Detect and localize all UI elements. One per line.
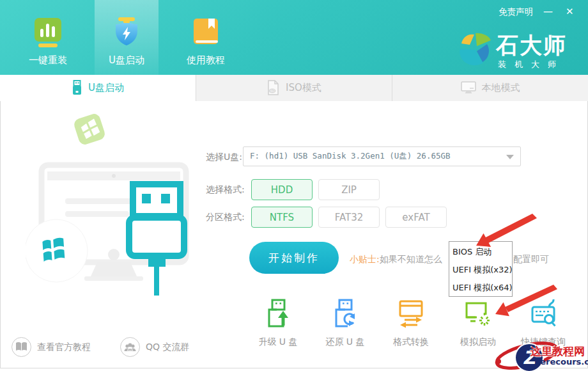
mode-tabbar: U盘启动 ISO ISO模式 本地模式 — [0, 75, 588, 102]
simulate-boot-icon — [463, 298, 493, 329]
feature-label: 模拟启动 — [460, 336, 496, 348]
hotkey-search-icon — [528, 298, 559, 329]
format-convert-icon — [396, 298, 426, 329]
watermark-domain: herecours.com — [534, 357, 588, 367]
tip-left: 如果不知道怎么 — [380, 254, 442, 264]
start-button-label: 开始制作 — [268, 251, 320, 265]
tab-usb-boot[interactable]: U盘启动 — [0, 75, 196, 102]
book-open-icon — [12, 337, 31, 357]
format-option-hdd[interactable]: HDD — [251, 179, 313, 200]
toolbar-item-usb-boot[interactable]: U盘启动 — [95, 0, 159, 75]
toolbar-item-label: U盘启动 — [109, 54, 144, 67]
monitor-icon — [461, 81, 476, 95]
brand-name: 石大师 — [496, 31, 567, 61]
start-create-button[interactable]: 开始制作 — [249, 242, 339, 274]
footer-link-label: 查看官方教程 — [37, 342, 91, 353]
option-label: NTFS — [270, 212, 294, 223]
menu-item-uefi-x64[interactable]: UEFI 模拟(x64) — [453, 280, 512, 298]
feature-label: 还原 U 盘 — [325, 336, 364, 348]
format-option-zip[interactable]: ZIP — [318, 179, 380, 200]
tab-local-mode[interactable]: 本地模式 — [392, 75, 588, 102]
footer-link-qq-group[interactable]: QQ 交流群 — [120, 337, 190, 357]
tip-text: 小贴士:如果不知道怎么 — [350, 254, 442, 265]
option-label: FAT32 — [335, 212, 364, 223]
partition-option-exfat[interactable]: exFAT — [385, 207, 447, 228]
chevron-down-icon — [506, 155, 514, 159]
tip-prefix: 小贴士: — [350, 254, 380, 264]
people-group-icon — [120, 337, 140, 357]
feature-label: 格式转换 — [393, 336, 429, 348]
disclaimer-link[interactable]: 免责声明 — [499, 8, 533, 17]
usb-select-label: 选择U盘: — [206, 152, 242, 163]
menu-item-bios[interactable]: BIOS 启动 — [453, 244, 512, 262]
book-icon — [190, 17, 221, 48]
svg-text:ISO: ISO — [270, 90, 275, 93]
toolbar-item-label: 使用教程 — [187, 54, 225, 67]
brand-subtitle: 装机大师 — [498, 59, 564, 70]
toolbar-item-label: 一键重装 — [29, 54, 67, 67]
partition-option-fat32[interactable]: FAT32 — [318, 207, 380, 228]
minimize-button[interactable]: — — [543, 7, 553, 17]
toolbar-item-tutorial[interactable]: 使用教程 — [174, 0, 238, 75]
option-label: HDD — [271, 184, 293, 196]
usb-select[interactable]: F: (hd1) USB SanDisk 3.2Gen1 (U盘) 26.65G… — [243, 146, 521, 166]
watermark: Z 这里教程网 herecours.com — [493, 335, 588, 371]
usb-restore-icon — [330, 298, 360, 329]
usb-plug-illustration — [26, 109, 211, 301]
feature-format-convert[interactable]: 格式转换 — [378, 298, 444, 348]
brand-logo-icon — [456, 28, 492, 67]
app-window: 一键重装 U盘启动 — [0, 0, 588, 371]
feature-restore-usb[interactable]: 还原 U 盘 — [312, 298, 378, 348]
toolbar-item-one-key-reinstall[interactable]: 一键重装 — [18, 0, 78, 75]
usb-stick-icon — [72, 80, 82, 96]
option-label: ZIP — [341, 184, 357, 196]
iso-file-icon: ISO — [267, 80, 280, 96]
feature-label: 升级 U 盘 — [258, 336, 297, 348]
usb-upgrade-icon — [263, 298, 293, 329]
tab-iso-mode[interactable]: ISO ISO模式 — [196, 75, 392, 102]
header-bar: 一键重装 U盘启动 — [0, 0, 588, 75]
menu-item-uefi-x32[interactable]: UEFI 模拟(x32) — [453, 262, 512, 280]
tab-label: ISO模式 — [286, 82, 321, 94]
close-button[interactable]: ✕ — [566, 7, 574, 17]
tip-text-right: 配置即可 — [513, 254, 549, 265]
usb-select-value: F: (hd1) USB SanDisk 3.2Gen1 (U盘) 26.65G… — [250, 151, 451, 162]
format-label: 选择格式: — [206, 184, 245, 196]
partition-option-ntfs[interactable]: NTFS — [251, 207, 313, 228]
chart-icon — [33, 17, 63, 48]
tab-label: 本地模式 — [482, 82, 520, 94]
tab-label: U盘启动 — [88, 82, 124, 94]
footer-link-label: QQ 交流群 — [146, 342, 190, 353]
footer-link-official-tutorial[interactable]: 查看官方教程 — [12, 337, 91, 357]
boot-mode-context-menu: BIOS 启动 UEFI 模拟(x32) UEFI 模拟(x64) — [449, 241, 513, 297]
option-label: exFAT — [402, 212, 429, 223]
shield-lightning-icon — [111, 16, 142, 48]
partition-label: 分区格式: — [206, 212, 245, 223]
feature-upgrade-usb[interactable]: 升级 U 盘 — [245, 298, 311, 348]
